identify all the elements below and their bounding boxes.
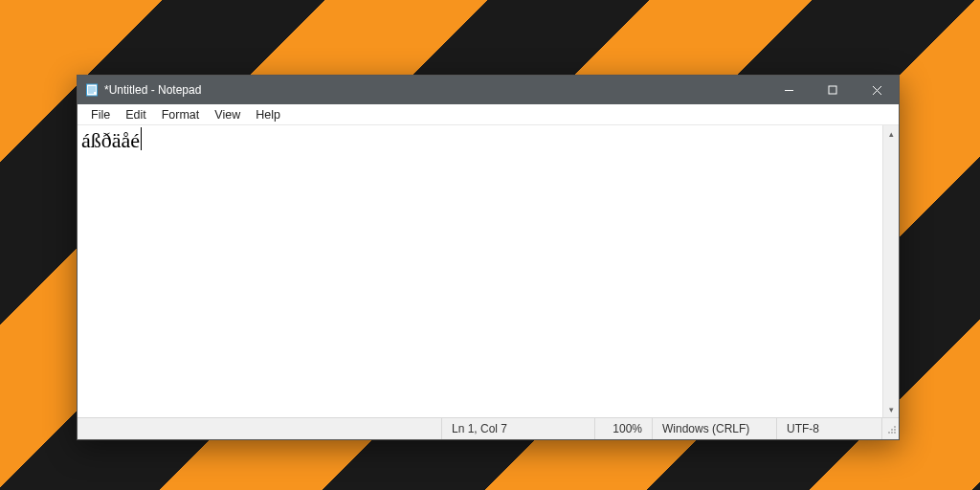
titlebar[interactable]: *Untitled - Notepad bbox=[78, 76, 899, 104]
resize-grip-icon[interactable] bbox=[881, 418, 899, 439]
notepad-window: *Untitled - Notepad File Edit Format Vie… bbox=[77, 75, 900, 440]
statusbar: Ln 1, Col 7 100% Windows (CRLF) UTF-8 bbox=[78, 417, 899, 439]
svg-point-13 bbox=[891, 429, 893, 431]
window-controls bbox=[767, 76, 899, 104]
menu-edit[interactable]: Edit bbox=[118, 106, 154, 123]
vertical-scrollbar[interactable]: ▴ ▾ bbox=[882, 125, 899, 417]
notepad-app-icon bbox=[85, 83, 99, 97]
status-encoding: UTF-8 bbox=[776, 418, 881, 439]
svg-point-10 bbox=[891, 432, 893, 434]
svg-point-11 bbox=[894, 429, 896, 431]
status-line-ending: Windows (CRLF) bbox=[652, 418, 776, 439]
menu-file[interactable]: File bbox=[83, 106, 118, 123]
editor-content: áßðäåé bbox=[81, 128, 140, 152]
text-caret bbox=[141, 127, 142, 150]
svg-point-12 bbox=[888, 432, 890, 434]
status-empty-pane bbox=[78, 418, 441, 439]
text-editor[interactable]: áßðäåé bbox=[78, 125, 882, 417]
window-title: *Untitled - Notepad bbox=[104, 83, 201, 97]
minimize-button[interactable] bbox=[767, 76, 811, 104]
client-area: áßðäåé ▴ ▾ bbox=[78, 125, 899, 417]
close-button[interactable] bbox=[855, 76, 899, 104]
menu-format[interactable]: Format bbox=[154, 106, 208, 123]
scroll-up-arrow-icon[interactable]: ▴ bbox=[883, 125, 899, 142]
menu-view[interactable]: View bbox=[207, 106, 248, 123]
svg-rect-6 bbox=[829, 86, 836, 94]
svg-rect-0 bbox=[87, 84, 98, 96]
menu-help[interactable]: Help bbox=[248, 106, 288, 123]
maximize-button[interactable] bbox=[811, 76, 855, 104]
menubar: File Edit Format View Help bbox=[78, 104, 899, 125]
svg-point-14 bbox=[894, 426, 896, 428]
status-line-col: Ln 1, Col 7 bbox=[441, 418, 594, 439]
scroll-down-arrow-icon[interactable]: ▾ bbox=[883, 401, 899, 417]
svg-point-9 bbox=[894, 432, 896, 434]
status-zoom: 100% bbox=[594, 418, 652, 439]
scroll-track[interactable] bbox=[883, 142, 899, 401]
